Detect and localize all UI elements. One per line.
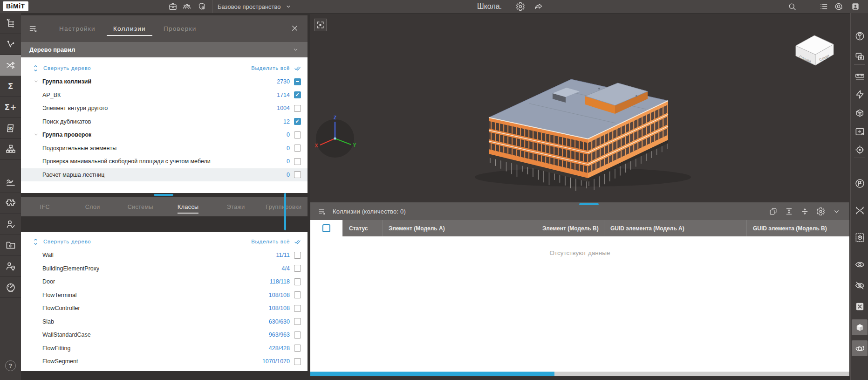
rail-button-model-tree[interactable] bbox=[0, 13, 21, 34]
splitter-drag-handle[interactable] bbox=[154, 194, 173, 196]
briefcase-icon[interactable] bbox=[168, 2, 178, 11]
tree-row[interactable]: АР_ВК1714 bbox=[21, 89, 308, 102]
tree-row-checkbox[interactable] bbox=[294, 118, 301, 125]
tab-ifc[interactable]: IFC bbox=[21, 200, 69, 216]
select-all-link[interactable]: Выделить всё bbox=[251, 65, 290, 71]
rail-button-select-graph[interactable] bbox=[0, 34, 21, 55]
tree-row-checkbox[interactable] bbox=[294, 305, 301, 312]
tree-row-checkbox[interactable] bbox=[294, 78, 301, 85]
tree-row-checkbox[interactable] bbox=[294, 265, 301, 272]
close-icon[interactable] bbox=[290, 24, 299, 33]
tab-классы[interactable]: Классы bbox=[164, 200, 212, 216]
list-menu-icon[interactable] bbox=[819, 2, 828, 11]
tree-row[interactable]: BuildingElementProxy4/4 bbox=[21, 262, 308, 276]
tool-clash-flash[interactable] bbox=[852, 86, 868, 102]
tree-row[interactable]: Wall11/11 bbox=[21, 249, 308, 262]
horizontal-scrollbar-thumb[interactable] bbox=[310, 372, 554, 376]
tool-clash-lines[interactable] bbox=[852, 202, 868, 218]
tree-row[interactable]: FlowTerminal108/108 bbox=[21, 289, 308, 302]
tool-section-box[interactable] bbox=[852, 105, 868, 121]
tab-настройки[interactable]: Настройки bbox=[53, 21, 102, 36]
tree-row[interactable]: Расчет марша лестниц0 bbox=[21, 168, 308, 182]
rail-button-sum-plus[interactable]: Σ+ bbox=[0, 97, 21, 118]
column-header[interactable]: GUID элемента (Модель B) bbox=[747, 220, 849, 236]
tab-проверки[interactable]: Проверки bbox=[157, 21, 203, 36]
collapse-tree-link[interactable]: Свернуть дерево bbox=[43, 65, 91, 71]
tree-row-checkbox[interactable] bbox=[294, 145, 301, 152]
tab-системы[interactable]: Системы bbox=[116, 200, 164, 216]
fit-view-button[interactable] bbox=[314, 19, 327, 31]
tree-row-checkbox[interactable] bbox=[294, 105, 301, 112]
tree-row-checkbox[interactable] bbox=[294, 291, 301, 298]
shield-sync-icon[interactable] bbox=[197, 2, 206, 11]
rules-tree-header[interactable]: Дерево правил bbox=[21, 42, 308, 57]
share-icon[interactable] bbox=[534, 2, 543, 11]
rail-button-collisions[interactable] bbox=[0, 55, 21, 76]
column-header[interactable]: GUID элемента (Модель A) bbox=[604, 220, 747, 236]
tree-row[interactable]: FlowFitting428/428 bbox=[21, 342, 308, 355]
tab-этажи[interactable]: Этажи bbox=[212, 200, 260, 216]
tree-row-checkbox[interactable] bbox=[294, 358, 301, 365]
tool-sheet-layout[interactable] bbox=[852, 124, 868, 139]
building-model[interactable] bbox=[489, 79, 668, 182]
double-check-icon[interactable] bbox=[294, 65, 301, 72]
tree-row-checkbox[interactable] bbox=[294, 332, 301, 339]
users-group-icon[interactable] bbox=[182, 2, 191, 11]
collapse-tree-icon[interactable] bbox=[32, 238, 39, 245]
tool-locate-target[interactable] bbox=[852, 142, 868, 158]
tree-row-checkbox[interactable] bbox=[294, 171, 301, 178]
tool-selection-frames[interactable] bbox=[852, 48, 868, 64]
tree-row-checkbox[interactable] bbox=[294, 158, 301, 165]
tree-row[interactable]: WallStandardCase963/963 bbox=[21, 328, 308, 342]
column-header[interactable]: Элемент (Модель A) bbox=[383, 220, 536, 236]
tree-row[interactable]: Slab630/630 bbox=[21, 315, 308, 329]
panel-menu-icon[interactable] bbox=[28, 24, 38, 34]
tab-слои[interactable]: Слои bbox=[69, 200, 117, 216]
expand-rows-icon[interactable] bbox=[785, 207, 793, 216]
chevron-down-icon[interactable] bbox=[33, 131, 42, 138]
3d-viewport[interactable]: Z Y X Справа Сзади bbox=[310, 14, 850, 202]
user-profile-icon[interactable] bbox=[851, 2, 860, 11]
panel-resize-handle[interactable] bbox=[579, 203, 599, 205]
tree-group-row[interactable]: Группа коллизий2730 bbox=[21, 75, 308, 89]
tab-группировки[interactable]: Группировки bbox=[260, 200, 308, 216]
collapse-rows-icon[interactable] bbox=[800, 207, 809, 216]
tree-row-checkbox[interactable] bbox=[294, 345, 301, 352]
tool-hide-eye[interactable] bbox=[852, 277, 868, 293]
tool-show-eye[interactable] bbox=[852, 256, 868, 272]
rail-button-dashboard-gauge[interactable] bbox=[0, 277, 21, 298]
tree-row[interactable]: FlowSegment1070/1070 bbox=[21, 355, 308, 368]
select-all-link[interactable]: Выделить всё bbox=[251, 239, 290, 244]
tree-row-checkbox[interactable] bbox=[294, 252, 301, 259]
rail-button-2d-view[interactable]: 2D bbox=[0, 118, 21, 139]
column-header[interactable]: Статус bbox=[343, 220, 383, 236]
tool-measure-ruler[interactable] bbox=[852, 68, 868, 83]
tree-row-checkbox[interactable] bbox=[294, 131, 301, 138]
tree-row[interactable]: FlowController108/108 bbox=[21, 302, 308, 315]
panel-vertical-scrollbar[interactable] bbox=[284, 193, 286, 230]
tree-row[interactable]: Door118/118 bbox=[21, 275, 308, 289]
horizontal-scrollbar-track[interactable] bbox=[310, 372, 849, 376]
settings-gear-icon[interactable] bbox=[516, 2, 525, 11]
help-button[interactable]: ? bbox=[5, 360, 16, 371]
tool-environment-tree[interactable] bbox=[852, 28, 868, 44]
tree-row[interactable]: Подозрительные элементы0 bbox=[21, 142, 308, 155]
rail-button-charts[interactable] bbox=[0, 172, 21, 193]
table-settings-gear-icon[interactable] bbox=[816, 207, 825, 216]
tool-solid-cube[interactable] bbox=[852, 319, 868, 335]
tree-row[interactable]: Элемент внтури другого1004 bbox=[21, 102, 308, 115]
tree-row-checkbox[interactable] bbox=[294, 318, 301, 325]
axis-gizmo[interactable]: Z Y X bbox=[315, 115, 356, 158]
rail-button-plugins-puzzle[interactable] bbox=[0, 193, 21, 214]
rail-button-user-location[interactable] bbox=[0, 256, 21, 277]
3d-scene[interactable]: Z Y X Справа Сзади bbox=[310, 14, 850, 202]
tree-row[interactable]: Поиск дубликатов12 bbox=[21, 115, 308, 129]
tree-row-checkbox[interactable] bbox=[294, 278, 301, 285]
select-all-checkbox[interactable] bbox=[322, 224, 330, 232]
search-icon[interactable] bbox=[787, 2, 797, 11]
rail-button-structure[interactable] bbox=[0, 139, 21, 160]
chevron-down-icon[interactable] bbox=[33, 78, 42, 85]
double-check-icon[interactable] bbox=[294, 238, 301, 245]
tool-isolate-box[interactable] bbox=[852, 229, 868, 245]
rail-button-folder-import[interactable] bbox=[0, 235, 21, 256]
